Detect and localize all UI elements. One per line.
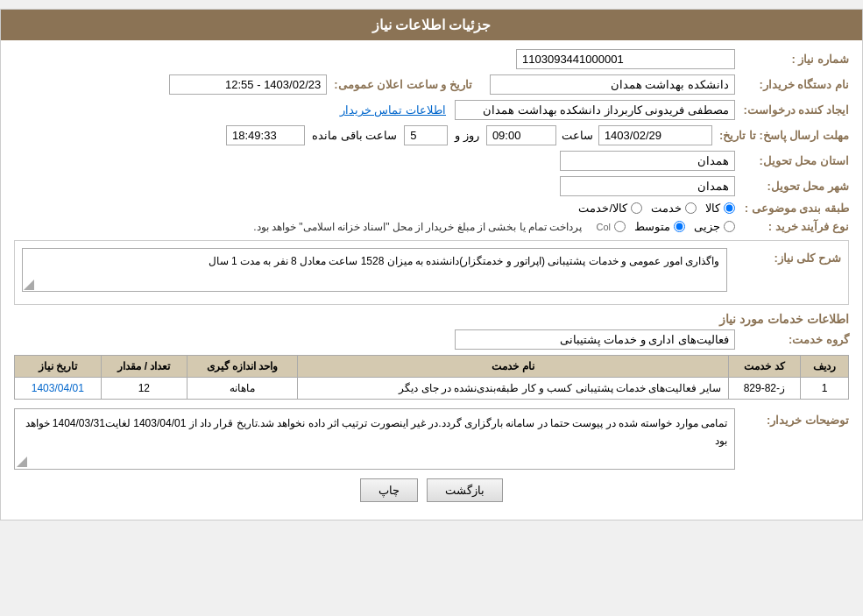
category-radio-khedmat[interactable] xyxy=(685,202,697,214)
page-title: جزئیات اطلاعات نیاز xyxy=(372,18,492,32)
category-radio-kala-khedmat[interactable] xyxy=(631,202,642,214)
category-radio-kala-khedmat-label: کالا/خدمت xyxy=(578,202,627,215)
table-cell-code: ز-82-829 xyxy=(728,378,800,400)
response-time-label: ساعت xyxy=(562,129,593,142)
buyer-notes-label: توضیحات خریدار: xyxy=(735,408,849,427)
process-type-label: نوع فرآیند خرید : xyxy=(735,220,849,233)
process-radio-jozi-label: جزیی xyxy=(694,220,720,233)
main-container: جزئیات اطلاعات نیاز شماره نیاز : 1103093… xyxy=(0,9,863,520)
page-header: جزئیات اطلاعات نیاز xyxy=(1,10,862,40)
service-group-label: گروه خدمت: xyxy=(735,333,849,346)
process-radio-motavaset[interactable] xyxy=(674,221,685,232)
contact-link[interactable]: اطلاعات تماس خریدار xyxy=(340,103,446,117)
table-header-name: نام خدمت xyxy=(298,356,728,378)
table-header-date: تاریخ نیاز xyxy=(15,356,102,378)
category-option-khedmat: خدمت xyxy=(651,202,697,215)
table-header-code: کد خدمت xyxy=(728,356,800,378)
process-warning: پرداخت تمام یا بخشی از مبلغ خریدار از مح… xyxy=(253,221,582,233)
services-info-title: اطلاعات خدمات مورد نیاز xyxy=(14,312,849,326)
announce-datetime-value: 1403/02/23 - 12:55 xyxy=(169,74,327,95)
process-radio-col[interactable] xyxy=(614,221,626,232)
table-row: 1 ز-82-829 سایر فعالیت‌های خدمات پشتیبان… xyxy=(15,378,849,400)
creator-label: ایجاد کننده درخواست: xyxy=(735,103,849,117)
city-label: شهر محل تحویل: xyxy=(735,180,849,193)
process-option-jozi: جزیی xyxy=(694,220,735,233)
response-remaining: 18:49:33 xyxy=(226,125,305,145)
table-cell-unit: ماهانه xyxy=(187,378,298,400)
print-button[interactable]: چاپ xyxy=(360,478,418,502)
category-radio-khedmat-label: خدمت xyxy=(651,202,682,215)
need-description-label: شرح کلی نیاز: xyxy=(727,248,841,265)
response-time: 09:00 xyxy=(486,125,556,145)
process-option-col: Col xyxy=(596,221,626,232)
need-description-value: واگذاری امور عمومی و خدمات پشتیبانی (اپر… xyxy=(22,248,727,292)
city-value: همدان xyxy=(560,176,735,196)
province-value: همدان xyxy=(560,151,735,171)
buyer-notes-value: تمامی موارد خواسته شده در پیوست حتما در … xyxy=(14,408,735,470)
buyer-notes-row: توضیحات خریدار: تمامی موارد خواسته شده د… xyxy=(14,408,849,470)
process-radio-jozi[interactable] xyxy=(724,221,735,232)
category-label: طبقه بندی موضوعی : xyxy=(735,202,849,215)
table-cell-date: 1403/04/01 xyxy=(15,378,102,400)
table-cell-row: 1 xyxy=(801,378,849,400)
announce-org-row: نام دستگاه خریدار: دانشکده بهداشت همدان … xyxy=(14,74,849,95)
city-row: شهر محل تحویل: همدان xyxy=(14,176,849,196)
category-option-kala-khedmat: کالا/خدمت xyxy=(578,202,642,215)
buyer-org-label: نام دستگاه خریدار: xyxy=(735,78,849,91)
service-group-row: گروه خدمت: فعالیت‌های اداری و خدمات پشتی… xyxy=(14,329,849,350)
response-remaining-label: ساعت باقی مانده xyxy=(312,129,397,142)
table-cell-name: سایر فعالیت‌های خدمات پشتیبانی کسب و کار… xyxy=(298,378,728,400)
category-option-kala: کالا xyxy=(705,202,735,215)
response-date: 1403/02/29 xyxy=(598,125,712,145)
table-header-row: ردیف xyxy=(801,356,849,378)
table-header-unit: واحد اندازه گیری xyxy=(187,356,298,378)
process-option-motavaset: متوسط xyxy=(634,220,685,233)
need-description-row: شرح کلی نیاز: واگذاری امور عمومی و خدمات… xyxy=(22,248,841,292)
response-deadline-row: مهلت ارسال پاسخ: تا تاریخ: 1403/02/29 سا… xyxy=(14,125,849,145)
table-header-qty: تعداد / مقدار xyxy=(101,356,187,378)
creator-value: مصطفی فریدونی کاربرداز دانشکده بهداشت هم… xyxy=(455,100,735,120)
response-days: 5 xyxy=(404,125,448,145)
announce-datetime-label: تاریخ و ساعت اعلان عمومی: xyxy=(327,78,472,91)
back-button[interactable]: بازگشت xyxy=(427,478,503,502)
process-type-row: نوع فرآیند خرید : جزیی متوسط Col پرداخت … xyxy=(14,220,849,233)
need-number-label: شماره نیاز : xyxy=(735,53,849,66)
process-radio-motavaset-label: متوسط xyxy=(634,220,670,233)
creator-row: ایجاد کننده درخواست: مصطفی فریدونی کاربر… xyxy=(14,100,849,120)
process-radio-col-label: Col xyxy=(596,222,611,232)
province-row: استان محل تحویل: همدان xyxy=(14,151,849,171)
category-radio-kala[interactable] xyxy=(724,202,735,214)
services-table: ردیف کد خدمت نام خدمت واحد اندازه گیری ت… xyxy=(14,355,849,400)
response-day-label: روز و xyxy=(455,129,479,142)
page-content: شماره نیاز : 1103093441000001 نام دستگاه… xyxy=(1,40,862,520)
need-description-section: شرح کلی نیاز: واگذاری امور عمومی و خدمات… xyxy=(14,240,849,305)
buttons-row: بازگشت چاپ xyxy=(14,478,849,502)
buyer-org-value: دانشکده بهداشت همدان xyxy=(490,74,735,95)
category-radio-group: کالا خدمت کالا/خدمت xyxy=(578,202,735,215)
province-label: استان محل تحویل: xyxy=(735,154,849,167)
category-radio-kala-label: کالا xyxy=(705,202,720,215)
service-group-value: فعالیت‌های اداری و خدمات پشتیبانی xyxy=(455,329,735,350)
need-number-value: 1103093441000001 xyxy=(516,49,735,69)
need-number-row: شماره نیاز : 1103093441000001 xyxy=(14,49,849,69)
response-deadline-label: مهلت ارسال پاسخ: تا تاریخ: xyxy=(712,129,849,142)
process-type-radio-group: جزیی متوسط Col xyxy=(596,220,735,233)
category-row: طبقه بندی موضوعی : کالا خدمت کالا/خدمت xyxy=(14,202,849,215)
table-cell-qty: 12 xyxy=(101,378,187,400)
